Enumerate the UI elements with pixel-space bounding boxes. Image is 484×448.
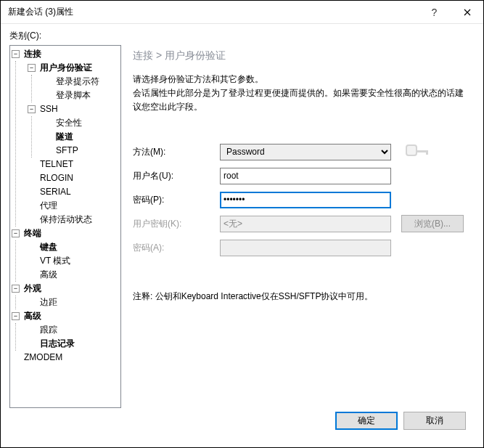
dialog-window: 新建会话 (3)属性 ? 类别(C): − 连接 − 用户身份验证 xyxy=(0,0,484,448)
tree-proxy[interactable]: 代理 xyxy=(28,199,120,213)
tree-ssh[interactable]: − SSH xyxy=(28,102,120,116)
tree-auth[interactable]: − 用户身份验证 xyxy=(28,61,120,75)
password2-row: 密码(A): xyxy=(133,239,470,256)
collapse-icon[interactable]: − xyxy=(12,229,20,237)
tree-serial[interactable]: SERIAL xyxy=(28,185,120,199)
tree-telnet[interactable]: TELNET xyxy=(28,158,120,171)
tree-logging[interactable]: 日志记录 xyxy=(28,337,120,351)
breadcrumb: 连接 > 用户身份验证 xyxy=(133,49,470,62)
description: 请选择身份验证方法和其它参数。 会话属性中此部分是为了登录过程更便捷而提供的。如… xyxy=(133,73,470,114)
note-text: 注释: 公钥和Keyboard Interactive仅在SSH/SFTP协议中… xyxy=(133,290,470,303)
tree-margin[interactable]: 边距 xyxy=(28,296,120,309)
username-label: 用户名(U): xyxy=(133,170,220,182)
tree-advanced[interactable]: − 高级 xyxy=(12,309,120,323)
tree-zmodem[interactable]: ZMODEM xyxy=(12,351,120,364)
auth-panel: 连接 > 用户身份验证 请选择身份验证方法和其它参数。 会话属性中此部分是为了登… xyxy=(130,45,475,408)
collapse-icon[interactable]: − xyxy=(28,64,36,72)
tree-advanced-terminal[interactable]: 高级 xyxy=(28,268,120,282)
tree-trace[interactable]: 跟踪 xyxy=(28,323,120,337)
password-label: 密码(P): xyxy=(133,194,220,206)
tree-vt[interactable]: VT 模式 xyxy=(28,254,120,268)
category-label: 类别(C): xyxy=(9,30,475,42)
tree-appearance[interactable]: − 外观 xyxy=(12,282,120,296)
collapse-icon[interactable]: − xyxy=(12,312,20,320)
userkey-label: 用户密钥(K): xyxy=(133,218,220,230)
tree-keyboard[interactable]: 键盘 xyxy=(28,240,120,254)
username-row: 用户名(U): xyxy=(133,167,470,184)
collapse-icon[interactable]: − xyxy=(12,50,20,58)
browse-button: 浏览(B)... xyxy=(401,215,464,232)
tree-rlogin[interactable]: RLOGIN xyxy=(28,171,120,185)
userkey-row: 用户密钥(K): 浏览(B)... xyxy=(133,215,470,232)
collapse-icon[interactable]: − xyxy=(28,105,36,113)
ok-button[interactable]: 确定 xyxy=(335,412,398,430)
password2-input xyxy=(220,240,391,256)
collapse-icon[interactable]: − xyxy=(12,285,20,293)
close-button[interactable] xyxy=(451,1,483,24)
tree-login-script[interactable]: 登录脚本 xyxy=(44,89,120,102)
tree-sftp[interactable]: SFTP xyxy=(44,144,120,158)
category-tree[interactable]: − 连接 − 用户身份验证 登录提示符 登录脚本 − xyxy=(9,45,121,408)
key-icon xyxy=(406,142,430,162)
method-label: 方法(M): xyxy=(133,146,220,158)
username-input[interactable] xyxy=(220,168,391,184)
help-button[interactable]: ? xyxy=(418,1,451,24)
titlebar: 新建会话 (3)属性 ? xyxy=(1,1,483,24)
tree-login-prompt[interactable]: 登录提示符 xyxy=(44,75,120,89)
tree-security[interactable]: 安全性 xyxy=(44,116,120,130)
dialog-buttons: 确定 取消 xyxy=(9,408,475,440)
tree-tunnel[interactable]: 隧道 xyxy=(44,130,120,144)
password-input[interactable] xyxy=(220,192,391,208)
tree-connection[interactable]: − 连接 xyxy=(12,47,120,61)
password2-label: 密码(A): xyxy=(133,242,220,254)
tree-keepalive[interactable]: 保持活动状态 xyxy=(28,213,120,227)
window-title: 新建会话 (3)属性 xyxy=(8,6,418,18)
userkey-input xyxy=(220,216,391,232)
method-select[interactable]: Password xyxy=(220,144,391,160)
cancel-button[interactable]: 取消 xyxy=(403,412,466,430)
method-row: 方法(M): Password xyxy=(133,143,470,160)
password-row: 密码(P): xyxy=(133,191,470,208)
tree-terminal[interactable]: − 终端 xyxy=(12,227,120,240)
